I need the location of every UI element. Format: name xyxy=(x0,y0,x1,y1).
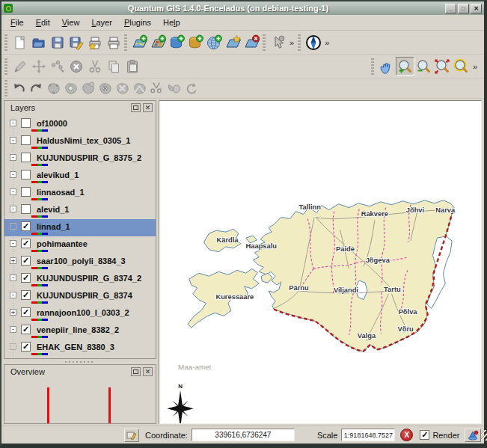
toolbar-grip-handle[interactable] xyxy=(124,34,127,51)
layer-row[interactable]: ✓EHAK_GEN_8380_3 xyxy=(4,340,156,357)
layer-row[interactable]: -✓KUJUNDUSPIIR_G_8374 xyxy=(4,288,156,305)
dock-splitter[interactable] xyxy=(4,359,156,364)
toolbar-grip-handle[interactable] xyxy=(4,58,7,75)
toolbar-grip-handle[interactable] xyxy=(4,34,7,51)
menu-edit[interactable]: Edit xyxy=(30,16,56,29)
undo-button[interactable] xyxy=(10,80,28,97)
layer-row[interactable]: -alevid_1 xyxy=(4,202,156,219)
toggle-extents-button[interactable] xyxy=(124,429,139,442)
reshape-features-button[interactable] xyxy=(131,80,148,97)
resize-grip[interactable] xyxy=(481,430,487,441)
cut-features-button[interactable] xyxy=(85,57,104,76)
layer-visibility-checkbox[interactable] xyxy=(21,170,31,179)
map-canvas[interactable]: TallinnRakvereJõhviNarvaKärdlaHaapsaluPa… xyxy=(159,100,482,424)
layer-row[interactable]: -HaldusNimi_tex_0305_1 xyxy=(4,133,156,150)
layer-visibility-checkbox[interactable]: ✓ xyxy=(21,342,31,352)
toolbar-overflow-chevron[interactable]: » xyxy=(473,62,477,71)
layer-expander[interactable]: - xyxy=(10,206,16,212)
layer-name[interactable]: KUJUNDUSPIIR_G_8375_2 xyxy=(34,153,144,162)
layer-expander[interactable]: + xyxy=(10,257,16,264)
layer-expander[interactable]: - xyxy=(10,274,16,281)
overview-close-button[interactable]: ✕ xyxy=(143,367,153,376)
menu-plugins[interactable]: Plugins xyxy=(118,16,157,29)
layer-name[interactable]: EHAK_GEN_8380_3 xyxy=(34,343,117,352)
print-button[interactable] xyxy=(104,33,123,52)
menu-help[interactable]: Help xyxy=(157,16,186,29)
zoom-full-button[interactable] xyxy=(433,57,452,76)
maximize-button[interactable]: □ xyxy=(458,4,469,13)
node-tool-button[interactable] xyxy=(48,57,67,76)
layer-row[interactable]: -KUJUNDUSPIIR_G_8375_2 xyxy=(4,150,156,168)
layer-row[interactable]: -linnaosad_1 xyxy=(4,185,156,202)
add-ring-button[interactable] xyxy=(62,80,79,97)
layer-row[interactable]: -✓pohimaantee xyxy=(4,236,156,254)
layer-visibility-checkbox[interactable]: ✓ xyxy=(21,307,31,317)
zoom-in-button[interactable] xyxy=(396,57,414,76)
save-project-as-button[interactable] xyxy=(67,33,85,52)
delete-ring-button[interactable] xyxy=(97,80,114,97)
layer-expander[interactable]: - xyxy=(10,326,16,333)
titlebar[interactable]: Quantum GIS 1.4.0-Enceladus (on debian-t… xyxy=(1,1,484,15)
layer-expander[interactable]: - xyxy=(10,120,16,126)
split-features-button[interactable] xyxy=(148,80,165,97)
coordinate-input[interactable] xyxy=(192,429,295,441)
simplify-feature-button[interactable] xyxy=(45,80,62,97)
stop-rendering-button[interactable]: X xyxy=(400,429,413,441)
layer-row[interactable]: ✓linnad_1 xyxy=(4,219,156,236)
toolbar-grip-handle[interactable] xyxy=(4,80,7,96)
layer-visibility-checkbox[interactable] xyxy=(21,118,31,128)
layer-row[interactable]: +✓rannajoon100_l_0303_2 xyxy=(4,305,156,322)
toolbar-grip-handle[interactable] xyxy=(298,34,301,51)
layers-close-button[interactable]: ✕ xyxy=(143,103,153,112)
add-part-button[interactable] xyxy=(79,80,97,97)
layer-expander[interactable]: - xyxy=(10,188,16,195)
copy-features-button[interactable] xyxy=(104,57,123,76)
rotate-point-symbols-button[interactable] xyxy=(183,80,200,97)
layer-expander[interactable]: + xyxy=(10,309,16,316)
merge-features-button[interactable] xyxy=(165,80,183,97)
add-raster-layer-button[interactable] xyxy=(149,33,168,52)
layer-expander[interactable]: - xyxy=(10,154,16,161)
remove-layer-button[interactable] xyxy=(242,33,261,52)
layer-name[interactable]: venepiir_line_8382_2 xyxy=(34,325,121,334)
layer-expander[interactable] xyxy=(10,223,16,230)
layer-visibility-checkbox[interactable]: ✓ xyxy=(21,290,31,300)
zoom-out-button[interactable] xyxy=(414,57,433,76)
overview-map[interactable] xyxy=(4,378,156,423)
move-feature-button[interactable] xyxy=(29,57,48,76)
layer-name[interactable]: HaldusNimi_tex_0305_1 xyxy=(34,136,132,145)
toolbar-overflow-chevron[interactable]: » xyxy=(325,38,329,47)
layer-expander[interactable] xyxy=(10,343,16,350)
close-button[interactable]: ✕ xyxy=(471,4,482,13)
layer-name[interactable]: KUJUNDUSPIIR_G_8374 xyxy=(34,291,135,300)
delete-selected-button[interactable] xyxy=(67,57,85,76)
pan-map-button[interactable] xyxy=(377,57,396,76)
add-wms-layer-button[interactable] xyxy=(205,33,224,52)
add-spatialite-layer-button[interactable] xyxy=(186,33,205,52)
layer-visibility-checkbox[interactable] xyxy=(21,153,31,162)
open-project-button[interactable] xyxy=(29,33,48,52)
menu-view[interactable]: View xyxy=(56,16,86,29)
layer-name[interactable]: of10000 xyxy=(34,119,70,128)
new-vector-layer-button[interactable] xyxy=(224,33,242,52)
layer-name[interactable]: pohimaantee xyxy=(34,239,90,248)
overview-float-button[interactable] xyxy=(131,367,141,376)
new-print-composer-button[interactable] xyxy=(85,33,104,52)
crs-status-button[interactable] xyxy=(465,429,481,442)
layer-name[interactable]: linnaosad_1 xyxy=(34,188,87,197)
layer-name[interactable]: alevid_1 xyxy=(34,205,71,214)
layer-row[interactable]: -✓KUJUNDUSPIIR_G_8374_2 xyxy=(4,271,156,288)
scale-input[interactable] xyxy=(341,429,395,441)
layer-row[interactable]: -alevikud_1 xyxy=(4,168,156,185)
save-project-button[interactable] xyxy=(48,33,67,52)
delete-part-button[interactable] xyxy=(114,80,131,97)
menu-layer[interactable]: Layer xyxy=(85,16,118,29)
minimize-button[interactable]: _ xyxy=(445,4,456,13)
menu-file[interactable]: File xyxy=(4,16,30,29)
render-checkbox[interactable]: ✓ xyxy=(420,430,429,440)
layer-visibility-checkbox[interactable] xyxy=(21,135,31,145)
toolbar-overflow-chevron[interactable]: » xyxy=(290,38,294,47)
layer-row[interactable]: +✓saar100_polyli_8384_3 xyxy=(4,254,156,271)
toolbar-grip-handle[interactable] xyxy=(263,34,266,51)
layer-expander[interactable]: - xyxy=(10,292,16,298)
